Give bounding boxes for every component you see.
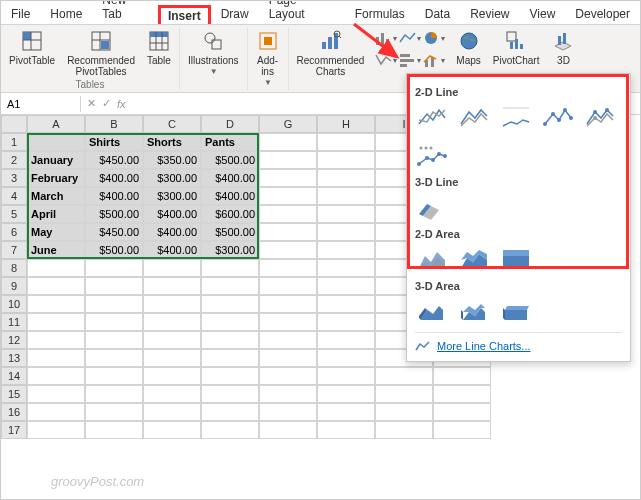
cell[interactable] [27,259,85,277]
cell[interactable]: $300.00 [143,169,201,187]
col-header-D[interactable]: D [201,115,259,133]
pivotchart-button[interactable]: PivotChart [491,27,542,68]
cell[interactable] [433,421,491,439]
cell[interactable] [201,403,259,421]
cell[interactable] [85,277,143,295]
illustrations-button[interactable]: Illustrations▼ [186,27,241,79]
row-header-4[interactable]: 4 [1,187,27,205]
cell[interactable] [259,169,317,187]
cell[interactable] [259,349,317,367]
cell[interactable] [259,421,317,439]
cell[interactable]: Shirts [85,133,143,151]
cell[interactable] [259,295,317,313]
cell[interactable]: $400.00 [201,187,259,205]
cell[interactable] [85,421,143,439]
cell[interactable] [27,403,85,421]
fx-icon[interactable]: fx [117,98,126,110]
cell[interactable] [201,367,259,385]
fx-confirm-icon[interactable]: ✓ [102,97,111,110]
tab-insert[interactable]: Insert [158,5,211,24]
cell[interactable] [143,277,201,295]
cell[interactable]: $400.00 [143,223,201,241]
cell[interactable] [85,259,143,277]
cell[interactable] [85,403,143,421]
cell[interactable] [201,421,259,439]
col-header-C[interactable]: C [143,115,201,133]
bar-chart-button[interactable]: ▾ [399,50,421,70]
cell[interactable]: April [27,205,85,223]
cell[interactable] [375,421,433,439]
3d-area-chart-opt-1[interactable] [415,296,449,326]
name-box[interactable]: A1 [1,96,81,112]
cell[interactable]: $600.00 [201,205,259,223]
cell[interactable] [317,385,375,403]
row-header-5[interactable]: 5 [1,205,27,223]
tab-home[interactable]: Home [40,4,92,24]
area-chart-opt-2[interactable] [457,244,491,274]
cell[interactable]: $400.00 [143,241,201,259]
cell[interactable] [85,295,143,313]
cell[interactable] [317,223,375,241]
cell[interactable] [259,223,317,241]
cell[interactable] [375,385,433,403]
cell[interactable] [259,403,317,421]
cell[interactable] [259,133,317,151]
cell[interactable] [27,367,85,385]
col-header-G[interactable]: G [259,115,317,133]
cell[interactable] [317,295,375,313]
column-chart-button[interactable]: ▾ [375,28,397,48]
cell[interactable] [317,205,375,223]
cell[interactable] [201,259,259,277]
more-line-charts-link[interactable]: More Line Charts... [415,332,622,355]
3d-area-chart-opt-3[interactable] [499,296,533,326]
col-header-H[interactable]: H [317,115,375,133]
cell[interactable] [433,367,491,385]
3d-area-chart-opt-2[interactable] [457,296,491,326]
cell[interactable] [201,295,259,313]
cell[interactable] [259,187,317,205]
cell[interactable] [27,385,85,403]
cell[interactable]: $400.00 [85,187,143,205]
area-chart-opt-1[interactable] [415,244,449,274]
cell[interactable]: $300.00 [201,241,259,259]
tab-page-layout[interactable]: Page Layout [259,0,345,24]
cell[interactable]: $400.00 [85,169,143,187]
pivottable-button[interactable]: PivotTable [7,27,57,68]
line-chart-opt-3[interactable] [499,102,533,132]
cell[interactable] [317,277,375,295]
cell[interactable] [27,313,85,331]
cell[interactable] [143,367,201,385]
cell[interactable]: $300.00 [143,187,201,205]
col-header-B[interactable]: B [85,115,143,133]
cell[interactable] [317,403,375,421]
line-chart-opt-4[interactable] [541,102,575,132]
col-header-A[interactable]: A [27,115,85,133]
cell[interactable] [317,169,375,187]
hierarchy-chart-button[interactable]: ▾ [375,50,397,70]
cell[interactable] [375,367,433,385]
cell[interactable]: $350.00 [143,151,201,169]
cell[interactable]: January [27,151,85,169]
cell[interactable] [201,277,259,295]
cell[interactable] [27,331,85,349]
cell[interactable] [317,313,375,331]
cell[interactable]: $500.00 [85,205,143,223]
cell[interactable] [259,313,317,331]
cell[interactable]: June [27,241,85,259]
row-header-1[interactable]: 1 [1,133,27,151]
tab-review[interactable]: Review [460,4,519,24]
cell[interactable] [143,295,201,313]
row-header-9[interactable]: 9 [1,277,27,295]
cell[interactable] [85,385,143,403]
cell[interactable] [27,421,85,439]
cell[interactable] [259,151,317,169]
pie-chart-button[interactable]: ▾ [423,28,445,48]
cell[interactable]: March [27,187,85,205]
cell[interactable] [143,259,201,277]
cell[interactable]: Pants [201,133,259,151]
tab-newtab[interactable]: New Tab [92,0,158,24]
cell[interactable] [317,259,375,277]
cell[interactable] [201,331,259,349]
cell[interactable] [85,349,143,367]
row-header-17[interactable]: 17 [1,421,27,439]
